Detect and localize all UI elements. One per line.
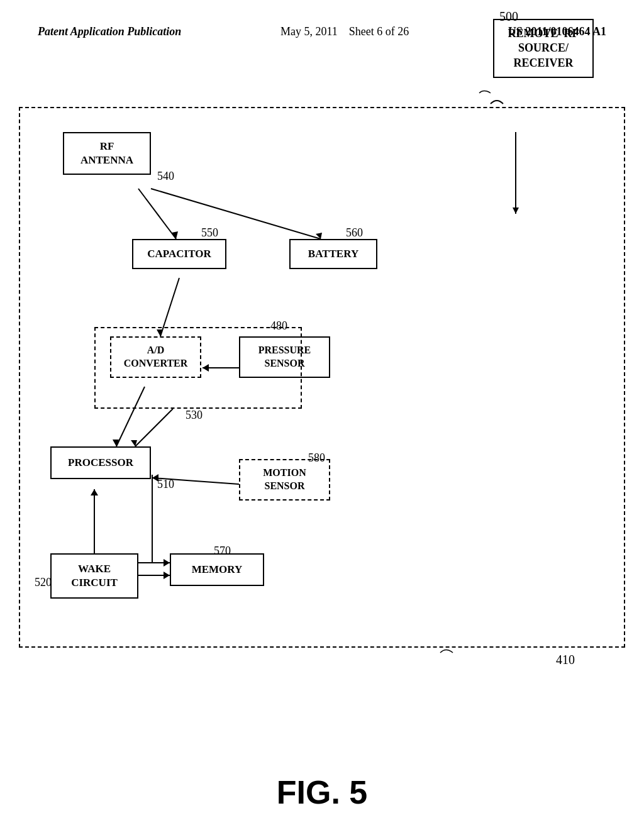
label-520: 520 [35,576,52,589]
label-570: 570 [214,545,231,558]
memory-label: MEMORY [192,563,243,575]
pressure-sensor-label: PRESSURESENSOR [258,345,311,368]
processor-label: PROCESSOR [68,456,133,468]
label-550: 550 [201,226,218,240]
rf-antenna-label: RFANTENNA [80,140,133,166]
sheet: Sheet 6 of 26 [349,25,409,38]
label-530: 530 [186,409,203,422]
pressure-sensor-box: PRESSURESENSOR [239,336,330,378]
publication-title: Patent Application Publication [38,25,181,38]
wake-circuit-label: WAKECIRCUIT [71,563,118,589]
label-580: 580 [308,451,325,465]
label-480: 480 [270,319,287,333]
battery-label: BATTERY [308,248,358,260]
sheet-info: May 5, 2011 Sheet 6 of 26 [280,25,409,38]
memory-box: MEMORY [170,553,264,586]
rf-antenna-box: RFANTENNA [63,132,151,175]
battery-box: BATTERY [289,239,377,269]
label-540: 540 [157,170,174,183]
date: May 5, 2011 [280,25,338,38]
processor-box: PROCESSOR [50,446,151,479]
wake-circuit-box: WAKECIRCUIT [50,553,138,599]
label-500: 500 [499,9,518,24]
motion-sensor-label: MOTIONSENSOR [263,467,306,491]
capacitor-label: CAPACITOR [147,248,211,260]
motion-sensor-box: MOTIONSENSOR [239,459,330,501]
remote-rf-label: REMOTE RFSOURCE/RECEIVER [508,27,579,69]
label-410: 410 [556,653,575,667]
figure-label: FIG. 5 [277,773,367,811]
label-510: 510 [157,478,174,491]
remote-rf-box: REMOTE RFSOURCE/RECEIVER [493,19,594,78]
capacitor-box: CAPACITOR [132,239,226,269]
ad-converter-box: A/DCONVERTER [110,336,201,378]
label-560: 560 [346,226,363,240]
ad-converter-label: A/DCONVERTER [124,345,188,368]
